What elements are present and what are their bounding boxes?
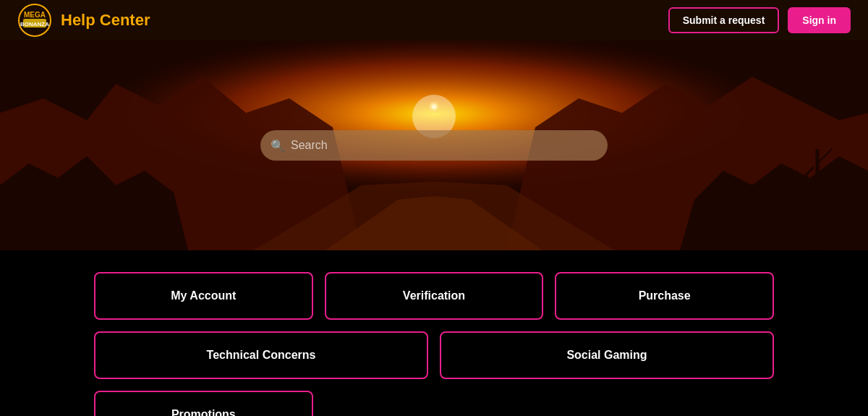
categories-row-2: Technical Concerns Social Gaming [94, 331, 774, 379]
category-verification-button[interactable]: Verification [325, 272, 544, 320]
submit-request-button[interactable]: Submit a request [668, 7, 780, 33]
page-title: Help Center [61, 11, 150, 30]
header: MEGA BONANZA Help Center Submit a reques… [0, 0, 868, 41]
sign-in-button[interactable]: Sign in [788, 7, 851, 33]
header-left: MEGA BONANZA Help Center [17, 3, 150, 38]
category-social-gaming-button[interactable]: Social Gaming [440, 331, 774, 379]
category-promotions-button[interactable]: Promotions [94, 391, 313, 416]
categories-row-1: My Account Verification Purchase [94, 272, 774, 320]
category-technical-concerns-button[interactable]: Technical Concerns [94, 331, 428, 379]
categories-section: My Account Verification Purchase Technic… [0, 250, 868, 416]
search-container: 🔍 [260, 130, 608, 161]
search-input[interactable] [260, 130, 608, 161]
header-right: Submit a request Sign in [668, 7, 851, 33]
category-my-account-button[interactable]: My Account [94, 272, 313, 320]
svg-text:BONANZA: BONANZA [20, 21, 49, 27]
svg-text:MEGA: MEGA [24, 11, 46, 19]
search-icon: 🔍 [271, 139, 285, 153]
category-purchase-button[interactable]: Purchase [555, 272, 774, 320]
hero-banner: 🔍 [0, 41, 868, 250]
categories-row-3: Promotions [94, 391, 774, 416]
logo-icon: MEGA BONANZA [17, 3, 52, 38]
